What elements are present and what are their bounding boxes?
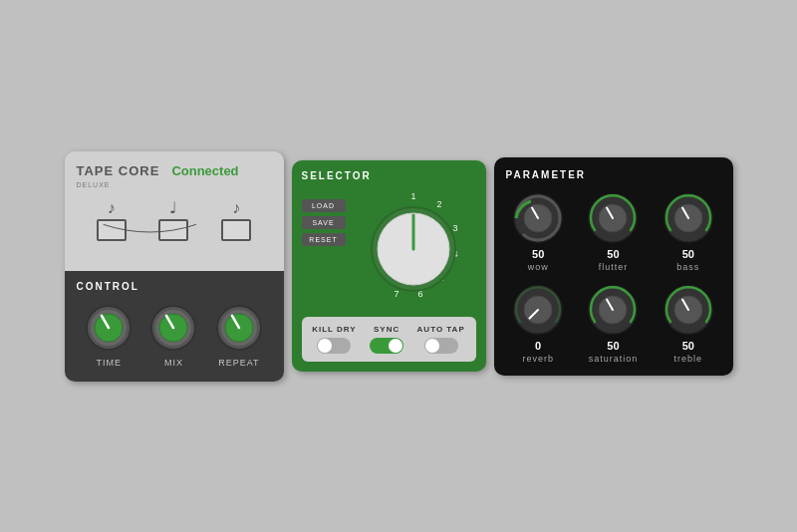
- knob-item-time: TIME: [83, 302, 134, 368]
- time-knob-label: TIME: [96, 358, 122, 368]
- connected-label: Connected: [171, 163, 238, 178]
- music-note-2: ♩: [169, 198, 177, 217]
- save-button[interactable]: SAVE: [302, 216, 346, 229]
- param-item-wow: 50 wow: [506, 190, 571, 272]
- sync-thumb: [389, 339, 402, 353]
- mix-knob[interactable]: [147, 302, 199, 354]
- param-item-saturation: 50 saturation: [581, 282, 646, 364]
- auto-tap-label: AUTO TAP: [417, 325, 465, 334]
- repeat-knob-label: REPEAT: [218, 358, 259, 368]
- sync-label: SYNC: [374, 325, 399, 334]
- svg-text:2: 2: [436, 199, 441, 209]
- time-knob[interactable]: [83, 302, 134, 354]
- toggles-row: KILL DRY SYNC AUTO TAP: [302, 317, 476, 362]
- treble-value: 50: [682, 340, 694, 352]
- auto-tap-thumb: [425, 339, 439, 353]
- kill-dry-thumb: [318, 339, 332, 353]
- param-grid: 50 wow 50 flutter: [506, 190, 721, 364]
- treble-name: treble: [674, 354, 703, 364]
- knob-item-mix: MIX: [147, 302, 199, 368]
- tape-title-row: TAPE CORE DELUXE Connected: [77, 161, 272, 188]
- treble-knob[interactable]: [661, 282, 716, 338]
- tape-core-title: TAPE CORE DELUXE: [77, 161, 160, 188]
- kill-dry-label: KILL DRY: [312, 325, 356, 334]
- flutter-knob[interactable]: [585, 190, 641, 246]
- repeat-knob[interactable]: [213, 302, 265, 354]
- bass-name: bass: [676, 262, 699, 272]
- reverb-name: reverb: [522, 354, 554, 364]
- tape-title-main: TAPE CORE: [77, 163, 160, 178]
- param-item-treble: 50 treble: [656, 282, 720, 364]
- selector-knob[interactable]: 1 2 3 4 5 6 7: [359, 189, 468, 309]
- svg-text:1: 1: [410, 191, 415, 201]
- knob-item-repeat: REPEAT: [213, 302, 265, 368]
- toggle-item-sync: SYNC: [370, 325, 403, 354]
- flutter-name: flutter: [599, 262, 629, 272]
- right-panel: PARAMETER 50 wow: [494, 157, 733, 376]
- left-panel: TAPE CORE DELUXE Connected ♪ ♩ ♪: [65, 151, 284, 382]
- saturation-knob[interactable]: [585, 282, 641, 338]
- control-label-section: CONTROL: [77, 281, 272, 292]
- wow-knob[interactable]: [510, 190, 566, 246]
- selector-knob-wrap: 1 2 3 4 5 6 7: [352, 189, 476, 309]
- tape-visual: ♪ ♩ ♪: [77, 190, 272, 245]
- load-button[interactable]: LOAD: [302, 199, 346, 212]
- tape-curve-svg: [97, 221, 203, 241]
- toggle-item-auto-tap: AUTO TAP: [417, 325, 465, 354]
- music-note-3: ♪: [232, 199, 240, 217]
- param-item-flutter: 50 flutter: [581, 190, 646, 272]
- param-item-bass: 50 bass: [656, 190, 720, 272]
- sync-toggle[interactable]: [370, 338, 403, 354]
- reverb-knob[interactable]: [510, 282, 566, 338]
- tape-deluxe-label: DELUXE: [77, 181, 160, 188]
- bass-value: 50: [682, 248, 694, 260]
- flutter-value: 50: [607, 248, 619, 260]
- svg-text:7: 7: [394, 289, 398, 299]
- parameter-label: PARAMETER: [506, 169, 721, 180]
- mix-knob-label: MIX: [164, 358, 183, 368]
- control-panel: CONTROL TIME: [65, 271, 284, 382]
- control-label: CONTROL: [77, 281, 139, 292]
- reel-box-right: [221, 219, 251, 241]
- auto-tap-toggle[interactable]: [424, 338, 458, 354]
- bass-knob[interactable]: [661, 190, 716, 246]
- param-item-reverb: 0 reverb: [506, 282, 571, 364]
- wow-value: 50: [532, 248, 544, 260]
- saturation-name: saturation: [589, 354, 639, 364]
- selector-label: SELECTOR: [302, 170, 476, 181]
- reset-button[interactable]: RESET: [302, 233, 346, 246]
- toggle-item-kill-dry: KILL DRY: [312, 325, 356, 354]
- reverb-value: 0: [535, 340, 541, 352]
- music-note-1: ♪: [108, 199, 116, 217]
- tape-header: TAPE CORE DELUXE Connected ♪ ♩ ♪: [65, 151, 284, 271]
- kill-dry-toggle[interactable]: [317, 338, 351, 354]
- middle-panel: SELECTOR LOAD SAVE RESET 1 2 3 4 5 6 7: [292, 160, 486, 372]
- control-knobs-row: TIME MIX: [77, 302, 272, 368]
- buttons-col: LOAD SAVE RESET: [302, 199, 346, 246]
- saturation-value: 50: [607, 340, 619, 352]
- tape-reel-right: ♪: [221, 199, 251, 241]
- main-container: TAPE CORE DELUXE Connected ♪ ♩ ♪: [0, 0, 797, 532]
- wow-name: wow: [528, 262, 549, 272]
- selector-area: LOAD SAVE RESET 1 2 3 4 5 6 7: [302, 189, 476, 309]
- svg-text:3: 3: [452, 223, 457, 233]
